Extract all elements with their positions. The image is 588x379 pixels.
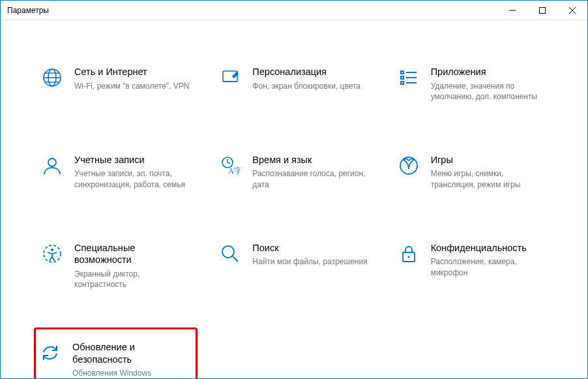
svg-rect-9 (401, 71, 404, 74)
sync-icon (40, 342, 61, 363)
tile-update-security[interactable]: Обновление и безопасность Обновления Win… (34, 327, 198, 378)
paintbrush-icon (220, 67, 241, 88)
content-scroll-area[interactable]: Сеть и Интернет Wi-Fi, режим "в самолете… (1, 20, 587, 378)
titlebar: Параметры (1, 1, 587, 20)
tile-privacy[interactable]: Конфиденциальность Расположение, камера,… (393, 235, 551, 296)
svg-rect-13 (401, 82, 404, 84)
tile-title: Сеть и Интернет (74, 66, 190, 78)
svg-text:A字: A字 (228, 166, 241, 175)
svg-rect-11 (401, 76, 404, 79)
tile-title: Специальные возможности (74, 242, 190, 266)
tile-desc: Расположение, камера, микрофон (431, 256, 546, 277)
person-icon (42, 155, 63, 176)
svg-line-18 (228, 162, 230, 164)
close-button[interactable] (557, 1, 587, 20)
time-language-icon: A字 (220, 155, 241, 176)
tile-title: Приложения (431, 66, 546, 78)
minimize-button[interactable] (497, 1, 527, 20)
tile-desc: Фон, экран блокировки, цвета (252, 81, 368, 91)
tile-time-language[interactable]: A字 Время и язык Распознавание голоса, ре… (214, 147, 373, 196)
tile-desc: Найти мои файлы, разрешения (252, 256, 368, 267)
tile-title: Игры (431, 154, 546, 166)
globe-icon (42, 67, 63, 88)
tile-title: Конфиденциальность (431, 242, 546, 254)
ease-of-access-icon (42, 243, 63, 264)
tile-network[interactable]: Сеть и Интернет Wi-Fi, режим "в самолете… (37, 59, 195, 108)
xbox-icon (398, 155, 419, 176)
settings-grid: Сеть и Интернет Wi-Fi, режим "в самолете… (1, 20, 587, 378)
tile-desc: Wi-Fi, режим "в самолете", VPN (74, 81, 190, 91)
tile-gaming[interactable]: Игры Меню игры, снимки, трансляция, режи… (393, 147, 551, 196)
tile-ease-of-access[interactable]: Специальные возможности Экранный диктор,… (37, 235, 195, 296)
svg-point-23 (222, 246, 234, 258)
tile-title: Учетные записи (74, 154, 190, 166)
window-title: Параметры (7, 6, 49, 15)
tile-title: Персонализация (252, 66, 368, 78)
apps-list-icon (398, 67, 419, 88)
tile-title: Обновление и безопасность (72, 341, 192, 365)
tile-desc: Экранный диктор, контрастность (74, 269, 190, 290)
tile-accounts[interactable]: Учетные записи Учетные записи, эл. почта… (37, 147, 195, 196)
tile-desc: Меню игры, снимки, трансляция, режим игр… (431, 168, 546, 189)
svg-rect-1 (540, 7, 546, 13)
maximize-button[interactable] (527, 1, 557, 20)
svg-line-24 (233, 256, 238, 262)
search-icon (220, 243, 241, 264)
lock-icon (398, 243, 419, 264)
svg-point-22 (51, 249, 53, 251)
svg-point-26 (407, 256, 409, 258)
tile-title: Время и язык (252, 154, 368, 166)
tile-personalization[interactable]: Персонализация Фон, экран блокировки, цв… (214, 59, 373, 108)
window-controls (497, 1, 587, 20)
tile-search[interactable]: Поиск Найти мои файлы, разрешения (214, 235, 373, 296)
tile-title: Поиск (252, 242, 368, 254)
tile-desc: Обновления Windows (72, 368, 192, 378)
tile-desc: Удаление, значения по умолчанию, доп. ко… (431, 81, 546, 102)
tile-desc: Учетные записи, эл. почта, синхронизация… (74, 168, 190, 189)
tile-apps[interactable]: Приложения Удаление, значения по умолчан… (393, 59, 551, 108)
svg-point-15 (48, 159, 56, 166)
tile-desc: Распознавание голоса, регион, дата (252, 168, 368, 189)
